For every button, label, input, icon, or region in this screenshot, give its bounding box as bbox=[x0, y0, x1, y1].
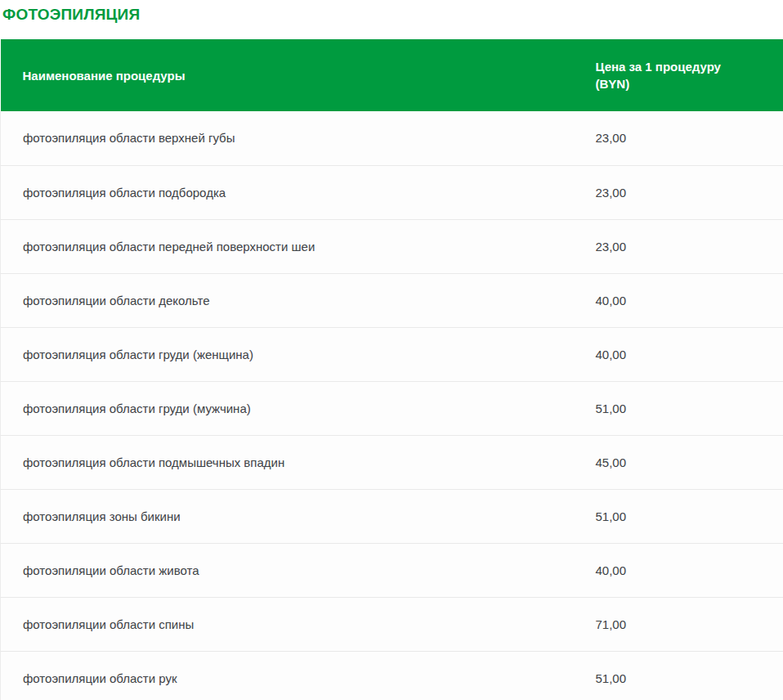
table-row: фотоэпиляция зоны бикини 51,00 bbox=[1, 489, 783, 543]
procedure-price-cell: 71,00 bbox=[573, 597, 783, 651]
table-row: фотоэпиляция области передней поверхност… bbox=[1, 219, 783, 273]
procedure-name-cell: фотоэпиляции области спины bbox=[1, 597, 573, 651]
table-row: фотоэпиляция области подбородка 23,00 bbox=[1, 165, 783, 219]
procedure-price-cell: 51,00 bbox=[573, 381, 783, 435]
procedure-price-cell: 23,00 bbox=[573, 111, 783, 165]
procedure-price-cell: 51,00 bbox=[573, 651, 783, 700]
table-row: фотоэпиляции области декольте 40,00 bbox=[1, 273, 783, 327]
header-row: Наименование процедуры Цена за 1 процеду… bbox=[1, 39, 783, 111]
procedure-price-cell: 45,00 bbox=[573, 435, 783, 489]
procedure-name-cell: фотоэпиляция области груди (мужчина) bbox=[1, 381, 573, 435]
column-header-price: Цена за 1 процедуру (BYN) bbox=[573, 39, 783, 111]
procedure-price-cell: 23,00 bbox=[573, 165, 783, 219]
table-row: фотоэпиляция области подмышечных впадин … bbox=[1, 435, 783, 489]
procedure-name-cell: фотоэпиляция зоны бикини bbox=[1, 489, 573, 543]
procedure-price-cell: 23,00 bbox=[573, 219, 783, 273]
page-title: ФОТОЭПИЛЯЦИЯ bbox=[2, 6, 783, 24]
table-row: фотоэпиляции области рук 51,00 bbox=[1, 651, 783, 700]
procedure-name-cell: фотоэпиляции области живота bbox=[1, 543, 573, 597]
procedure-name-cell: фотоэпиляция области верхней губы bbox=[1, 111, 573, 165]
procedure-price-cell: 40,00 bbox=[573, 543, 783, 597]
table-row: фотоэпиляции области спины 71,00 bbox=[1, 597, 783, 651]
procedure-name-cell: фотоэпиляции области декольте bbox=[1, 273, 573, 327]
price-table-header: Наименование процедуры Цена за 1 процеду… bbox=[1, 39, 783, 111]
procedure-price-cell: 51,00 bbox=[573, 489, 783, 543]
table-row: фотоэпиляция области груди (мужчина) 51,… bbox=[1, 381, 783, 435]
procedure-name-cell: фотоэпиляции области рук bbox=[1, 651, 573, 700]
procedure-name-cell: фотоэпиляция области подмышечных впадин bbox=[1, 435, 573, 489]
procedure-price-cell: 40,00 bbox=[573, 273, 783, 327]
price-table: Наименование процедуры Цена за 1 процеду… bbox=[0, 39, 783, 700]
procedure-name-cell: фотоэпиляция области передней поверхност… bbox=[1, 219, 573, 273]
procedure-price-cell: 40,00 bbox=[573, 327, 783, 381]
table-row: фотоэпиляции области живота 40,00 bbox=[1, 543, 783, 597]
table-row: фотоэпиляция области верхней губы 23,00 bbox=[1, 111, 783, 165]
column-header-procedure-name: Наименование процедуры bbox=[1, 39, 573, 111]
table-row: фотоэпиляция области груди (женщина) 40,… bbox=[1, 327, 783, 381]
procedure-name-cell: фотоэпиляция области груди (женщина) bbox=[1, 327, 573, 381]
price-table-body: фотоэпиляция области верхней губы 23,00 … bbox=[1, 111, 783, 700]
procedure-name-cell: фотоэпиляция области подбородка bbox=[1, 165, 573, 219]
